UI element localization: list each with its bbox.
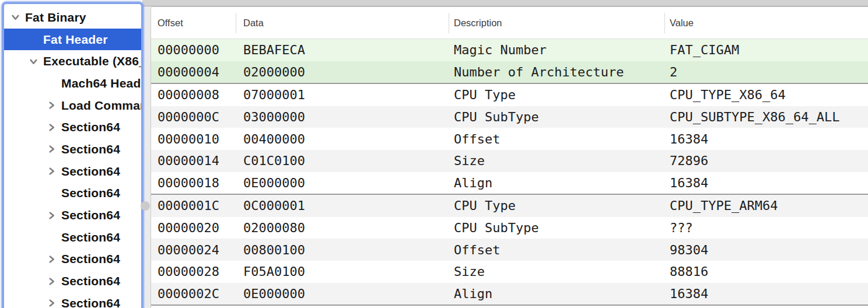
sidebar-item-section64[interactable]: Section64 xyxy=(4,292,141,308)
sidebar-item-section64[interactable]: Section64 xyxy=(4,249,141,271)
disclosure-triangle-icon[interactable] xyxy=(44,167,59,176)
table-row[interactable]: 00000028F05A0100Size88816 xyxy=(151,261,868,283)
sidebar-item-label: Section64 xyxy=(59,230,120,244)
cell-description: Align xyxy=(449,286,664,301)
cell-data: 03000000 xyxy=(236,110,449,124)
sidebar-item-fat-header[interactable]: Fat Header xyxy=(4,29,141,51)
column-divider[interactable] xyxy=(236,13,236,33)
cell-value: 98304 xyxy=(664,243,868,257)
table-row[interactable]: 0000002C0E000000Align16384 xyxy=(151,283,868,305)
cell-offset: 0000000C xyxy=(151,110,236,124)
sidebar-item-section64[interactable]: Section64 xyxy=(4,160,141,183)
cell-value: 72896 xyxy=(664,153,868,168)
field-table: Offset Data Description Value 00000000BE… xyxy=(150,6,868,308)
sidebar-item-label: Section64 xyxy=(59,274,120,288)
cell-value: 16384 xyxy=(664,286,868,301)
cell-data: C01C0100 xyxy=(236,153,449,168)
table-row[interactable]: 000000180E000000Align16384 xyxy=(151,172,868,194)
cell-data: 07000001 xyxy=(236,88,449,102)
sidebar-item-section64[interactable]: Section64 xyxy=(4,116,141,138)
cell-offset: 00000004 xyxy=(151,65,236,79)
disclosure-triangle-icon[interactable] xyxy=(44,277,59,286)
structure-tree: Fat BinaryFat HeaderExecutable (X86_64)M… xyxy=(4,4,141,308)
cell-data: 0E000000 xyxy=(236,286,449,301)
cell-value: FAT_CIGAM xyxy=(664,43,868,57)
cell-data: 02000080 xyxy=(236,220,449,235)
cell-value: CPU_TYPE_ARM64 xyxy=(664,198,868,213)
sidebar-item-label: Mach64 Header xyxy=(59,76,141,90)
column-divider[interactable] xyxy=(664,13,665,33)
sidebar-item-load-commands[interactable]: Load Commands xyxy=(4,94,141,117)
cell-data: F05A0100 xyxy=(236,264,449,279)
column-header-value[interactable]: Value xyxy=(664,18,868,29)
disclosure-triangle-icon[interactable] xyxy=(44,123,59,132)
table-row[interactable]: 0000002400800100Offset98304 xyxy=(151,239,868,261)
column-header-description[interactable]: Description xyxy=(449,18,664,29)
sidebar-item-label: Section64 xyxy=(59,252,120,266)
cell-description: Size xyxy=(449,153,664,168)
cell-description: Offset xyxy=(449,243,664,257)
sidebar-item-section64[interactable]: Section64 xyxy=(4,183,141,205)
table-row[interactable]: 00000014C01C0100Size72896 xyxy=(151,150,868,172)
cell-description: Number of Architecture xyxy=(449,65,664,79)
sidebar-item-mach64-header[interactable]: Mach64 Header xyxy=(4,72,141,94)
disclosure-triangle-icon[interactable] xyxy=(44,255,59,264)
cell-offset: 00000008 xyxy=(151,88,236,102)
cell-offset: 00000024 xyxy=(151,243,236,257)
cell-value: ??? xyxy=(664,220,868,235)
sidebar-item-section64[interactable]: Section64 xyxy=(4,226,141,249)
cell-data: 02000000 xyxy=(236,65,449,79)
disclosure-spacer xyxy=(44,189,59,198)
section-separator xyxy=(151,304,868,306)
cell-value: 88816 xyxy=(664,264,868,279)
cell-data: 0C000001 xyxy=(236,198,449,213)
table-row[interactable]: 0000000807000001CPU TypeCPU_TYPE_X86_64 xyxy=(151,84,868,106)
table-row[interactable]: 00000000BEBAFECAMagic NumberFAT_CIGAM xyxy=(151,39,868,61)
cell-offset: 00000020 xyxy=(151,220,236,235)
cell-offset: 0000001C xyxy=(151,198,236,213)
disclosure-triangle-icon[interactable] xyxy=(44,211,59,220)
cell-value: 2 xyxy=(664,65,868,79)
column-header-data[interactable]: Data xyxy=(236,18,449,29)
cell-description: CPU SubType xyxy=(449,110,664,124)
sidebar-item-label: Load Commands xyxy=(59,99,141,113)
sidebar-item-label: Section64 xyxy=(59,120,120,134)
disclosure-triangle-icon[interactable] xyxy=(44,101,59,110)
column-divider[interactable] xyxy=(449,13,449,33)
sidebar-item-section64[interactable]: Section64 xyxy=(4,138,141,160)
cell-description: Size xyxy=(449,264,664,279)
cell-data: 0E000000 xyxy=(236,176,449,190)
cell-offset: 00000028 xyxy=(151,264,236,279)
table-row[interactable]: 0000000402000000Number of Architecture2 xyxy=(151,61,868,83)
structure-sidebar: Fat BinaryFat HeaderExecutable (X86_64)M… xyxy=(2,2,144,308)
cell-offset: 0000002C xyxy=(151,286,236,301)
sidebar-item-label: Section64 xyxy=(59,164,120,178)
table-row[interactable]: 0000002002000080CPU SubType??? xyxy=(151,217,868,239)
cell-value: 16384 xyxy=(664,176,868,190)
disclosure-triangle-icon[interactable] xyxy=(8,13,23,22)
cell-description: CPU Type xyxy=(449,88,664,102)
cell-value: CPU_SUBTYPE_X86_64_ALL xyxy=(664,110,868,124)
table-row[interactable]: 0000000C03000000CPU SubTypeCPU_SUBTYPE_X… xyxy=(151,106,868,128)
sidebar-item-section64[interactable]: Section64 xyxy=(4,270,141,292)
cell-offset: 00000000 xyxy=(151,43,236,57)
disclosure-triangle-icon[interactable] xyxy=(26,57,41,66)
cell-offset: 00000018 xyxy=(151,176,236,190)
table-row[interactable]: 0000001000400000Offset16384 xyxy=(151,128,868,150)
sidebar-item-label: Section64 xyxy=(59,208,120,222)
table-body: 00000000BEBAFECAMagic NumberFAT_CIGAM000… xyxy=(151,39,868,306)
column-header-offset[interactable]: Offset xyxy=(151,18,236,29)
cell-offset: 00000010 xyxy=(151,132,236,146)
cell-value: 16384 xyxy=(664,132,868,146)
sidebar-item-executable-x86-64[interactable]: Executable (X86_64) xyxy=(4,50,141,72)
table-row[interactable]: 0000001C0C000001CPU TypeCPU_TYPE_ARM64 xyxy=(151,195,868,217)
sidebar-item-fat-binary[interactable]: Fat Binary xyxy=(4,6,141,29)
disclosure-spacer xyxy=(26,35,41,44)
disclosure-triangle-icon[interactable] xyxy=(44,299,59,307)
sidebar-item-section64[interactable]: Section64 xyxy=(4,204,141,226)
sidebar-item-label: Fat Binary xyxy=(23,10,86,24)
pane-splitter-handle[interactable] xyxy=(141,201,150,211)
main-content-area: Offset Data Description Value 00000000BE… xyxy=(142,0,868,308)
disclosure-triangle-icon[interactable] xyxy=(44,145,59,153)
sidebar-item-label: Section64 xyxy=(59,296,120,308)
